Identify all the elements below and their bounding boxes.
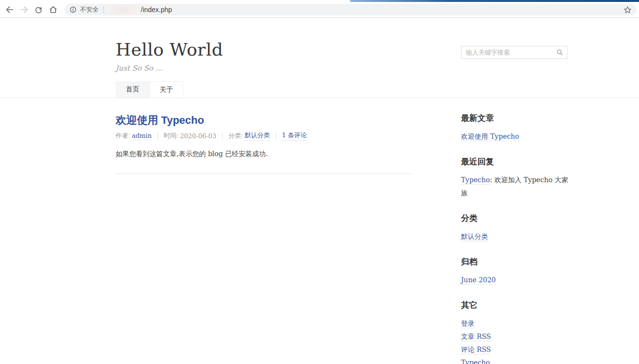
search-icon[interactable] bbox=[556, 48, 564, 58]
search-input[interactable] bbox=[461, 46, 567, 59]
comments-link[interactable]: 1 条评论 bbox=[282, 131, 307, 141]
typecho-link[interactable]: Typecho bbox=[461, 359, 490, 364]
posts-rss-link[interactable]: 文章 RSS bbox=[461, 333, 491, 341]
category-label: 分类: bbox=[228, 131, 243, 140]
forward-icon[interactable] bbox=[17, 3, 30, 16]
info-icon bbox=[69, 6, 77, 14]
sidebar-heading: 最近回复 bbox=[461, 157, 568, 167]
refresh-icon[interactable] bbox=[32, 3, 45, 16]
search-box bbox=[461, 46, 567, 59]
list-item: 文章 RSS bbox=[461, 330, 568, 343]
sidebar-section-archives: 归档 June 2020 bbox=[461, 257, 568, 287]
back-icon[interactable] bbox=[3, 3, 16, 16]
list-item: 评论 RSS bbox=[461, 343, 568, 356]
author-label: 作者: bbox=[116, 131, 130, 140]
sidebar-heading: 分类 bbox=[461, 213, 568, 224]
latest-post-link[interactable]: 欢迎使用 Typecho bbox=[461, 132, 519, 141]
chip-separator bbox=[104, 6, 104, 13]
blog-page: Hello World Just So So ... 首页 关于 欢迎使用 Ty… bbox=[0, 18, 639, 364]
list-item: 默认分类 bbox=[461, 230, 568, 243]
list-item: 登录 bbox=[461, 317, 568, 330]
post-meta: 作者: admin 时间: 2020-06-03 分类: 默认分类 1 条评论 bbox=[116, 131, 414, 141]
post-date: 2020-06-03 bbox=[180, 132, 216, 140]
list-item: June 2020 bbox=[461, 274, 568, 287]
site-security-chip[interactable]: 不安全 bbox=[69, 5, 99, 14]
list-item: Typecho: 欢迎加入 Typecho 大家族 bbox=[461, 174, 568, 200]
meta-separator bbox=[222, 133, 223, 139]
sidebar: 最新文章 欢迎使用 Typecho 最近回复 Typecho: 欢迎加入 Typ… bbox=[461, 113, 568, 364]
meta-separator bbox=[158, 133, 158, 139]
category-item-link[interactable]: 默认分类 bbox=[461, 233, 488, 241]
security-label: 不安全 bbox=[80, 5, 99, 14]
nav-tab-home[interactable]: 首页 bbox=[116, 81, 149, 98]
post-body: 如果您看到这篇文章,表示您的 blog 已经安装成功. bbox=[116, 148, 414, 159]
login-link[interactable]: 登录 bbox=[461, 320, 475, 328]
sidebar-section-recent-replies: 最近回复 Typecho: 欢迎加入 Typecho 大家族 bbox=[461, 157, 568, 200]
redacted-url-host bbox=[109, 6, 140, 14]
address-bar[interactable]: 不安全 /index.php bbox=[64, 4, 637, 15]
sidebar-heading: 最新文章 bbox=[461, 113, 568, 124]
sidebar-heading: 归档 bbox=[461, 257, 568, 267]
bookmark-star-icon[interactable] bbox=[621, 4, 634, 15]
browser-toolbar: 不安全 /index.php bbox=[0, 2, 639, 18]
author-link[interactable]: admin bbox=[132, 132, 152, 140]
post-title-link[interactable]: 欢迎使用 Typecho bbox=[116, 114, 414, 127]
reply-author-link[interactable]: Typecho bbox=[461, 176, 490, 185]
post-divider bbox=[116, 174, 414, 174]
list-item: Typecho bbox=[461, 356, 568, 364]
list-item: 欢迎使用 Typecho bbox=[461, 130, 568, 143]
meta-separator bbox=[276, 133, 276, 139]
sidebar-section-latest-posts: 最新文章 欢迎使用 Typecho bbox=[461, 113, 568, 143]
nav-tab-about[interactable]: 关于 bbox=[149, 81, 183, 98]
sidebar-heading: 其它 bbox=[461, 300, 568, 311]
browser-chrome: 不安全 /index.php bbox=[0, 0, 639, 18]
main-column: 欢迎使用 Typecho 作者: admin 时间: 2020-06-03 分类… bbox=[116, 114, 414, 174]
category-link[interactable]: 默认分类 bbox=[245, 131, 270, 141]
comments-rss-link[interactable]: 评论 RSS bbox=[461, 346, 491, 354]
url-text: /index.php bbox=[141, 6, 172, 14]
archive-link[interactable]: June 2020 bbox=[461, 276, 496, 285]
time-label: 时间: bbox=[164, 131, 178, 140]
sidebar-section-misc: 其它 登录 文章 RSS 评论 RSS Typecho bbox=[461, 300, 568, 364]
site-subtitle: Just So So ... bbox=[116, 63, 567, 73]
sidebar-section-categories: 分类 默认分类 bbox=[461, 213, 568, 243]
main-nav: 首页 关于 bbox=[116, 81, 567, 98]
home-icon[interactable] bbox=[46, 3, 59, 16]
